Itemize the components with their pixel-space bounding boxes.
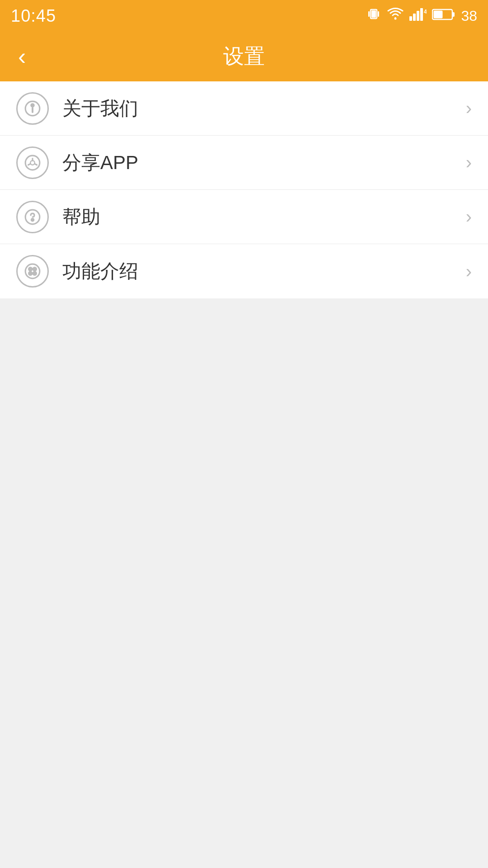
menu-item-share[interactable]: 分享APP ›	[0, 136, 488, 190]
svg-rect-7	[417, 11, 419, 21]
vibrate-icon	[366, 6, 381, 25]
header: ‹ 设置	[0, 32, 488, 81]
svg-rect-3	[371, 10, 376, 18]
chevron-icon: ›	[466, 261, 472, 282]
status-time: 10:45	[11, 6, 56, 26]
svg-point-27	[33, 272, 36, 275]
svg-rect-2	[378, 11, 379, 17]
help-label: 帮助	[62, 204, 466, 230]
bottom-area	[0, 298, 488, 868]
svg-rect-11	[452, 12, 455, 17]
about-label: 关于我们	[62, 96, 466, 121]
svg-rect-12	[434, 10, 443, 18]
battery-icon	[432, 8, 455, 24]
menu-list: 关于我们 › 分享APP › 帮助 ›	[0, 81, 488, 298]
battery-level: 38	[461, 8, 477, 24]
features-label: 功能介绍	[62, 259, 466, 284]
chevron-icon: ›	[466, 98, 472, 118]
status-bar: 10:45	[0, 0, 488, 32]
page-title: 设置	[223, 42, 265, 71]
svg-rect-1	[368, 11, 370, 17]
svg-point-15	[32, 104, 34, 106]
about-icon	[16, 92, 49, 125]
help-icon	[16, 201, 49, 233]
svg-text:4G: 4G	[424, 9, 427, 15]
wifi-icon	[387, 6, 404, 25]
share-icon	[16, 146, 49, 179]
back-button[interactable]: ‹	[14, 40, 30, 73]
svg-line-20	[35, 164, 37, 165]
menu-item-features[interactable]: 功能介绍 ›	[0, 244, 488, 298]
svg-point-4	[394, 18, 397, 20]
status-icons: 4G 38	[366, 6, 477, 25]
signal-icon: 4G	[409, 6, 427, 25]
svg-point-26	[29, 272, 32, 275]
menu-item-about[interactable]: 关于我们 ›	[0, 81, 488, 136]
svg-rect-5	[409, 16, 412, 21]
svg-point-24	[29, 268, 32, 270]
menu-item-help[interactable]: 帮助 ›	[0, 190, 488, 244]
svg-rect-6	[413, 14, 416, 21]
features-icon	[16, 255, 49, 288]
chevron-icon: ›	[466, 152, 472, 173]
svg-rect-8	[420, 8, 423, 21]
chevron-icon: ›	[466, 207, 472, 227]
svg-point-22	[32, 219, 33, 221]
svg-line-19	[28, 164, 31, 165]
share-label: 分享APP	[62, 150, 466, 175]
svg-point-16	[25, 156, 40, 170]
svg-point-23	[25, 264, 40, 278]
svg-point-25	[33, 268, 36, 270]
